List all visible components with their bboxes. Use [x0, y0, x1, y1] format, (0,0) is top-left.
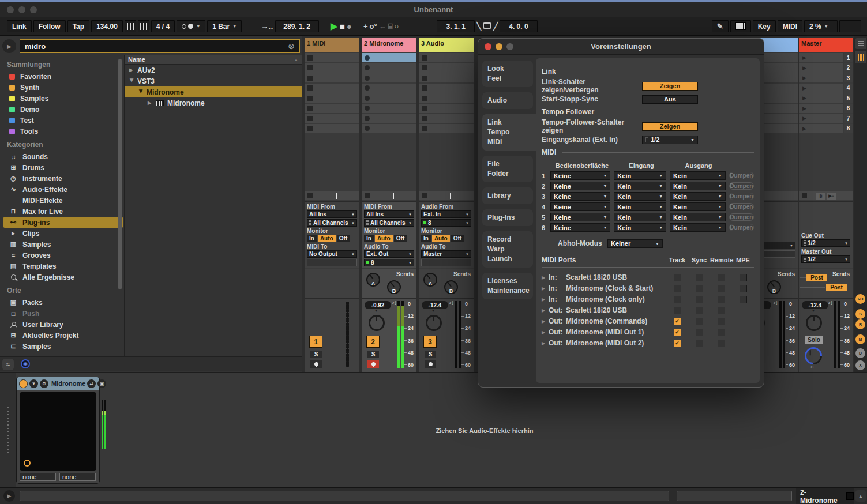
scene-launch-button[interactable]: ▶ — [799, 73, 843, 82]
crossfade-section-toggle[interactable]: X — [855, 360, 865, 370]
track-checkbox[interactable]: ✓ — [674, 318, 681, 325]
capture-midi-button[interactable]: ⌸ — [388, 22, 393, 31]
track-checkbox[interactable] — [674, 296, 681, 303]
send-b-knob[interactable]: B — [444, 280, 458, 294]
arm-button-3[interactable] — [425, 360, 436, 368]
draw-mode-button[interactable]: ✎ — [712, 20, 729, 32]
midi-map-button[interactable]: MIDI — [778, 20, 802, 32]
link-show-toggle[interactable]: Zeigen — [642, 82, 698, 91]
solo-button-2[interactable]: S — [367, 351, 379, 358]
sidebar-item-templates[interactable]: ▤Templates — [3, 261, 123, 272]
clip-slot[interactable] — [419, 93, 474, 103]
result-row-midronome[interactable]: ▶Midronome — [125, 97, 302, 108]
clip-slot[interactable] — [419, 63, 474, 73]
nudge-down-button[interactable] — [125, 20, 136, 32]
midi-output-select[interactable]: Kein▼ — [670, 182, 726, 190]
monitor-off-button[interactable]: Off — [337, 235, 350, 242]
master-volume-value[interactable]: -12.4 — [802, 301, 828, 309]
audio-to-channel-select[interactable] — [421, 259, 471, 266]
midi-output-select[interactable]: Kein▼ — [670, 213, 726, 221]
midi-from-select[interactable]: All Ins▼ — [364, 210, 414, 218]
clip-slot[interactable] — [305, 114, 359, 123]
send-a-post-button[interactable]: Post — [806, 274, 827, 281]
results-header[interactable]: Name ▲ — [125, 55, 302, 65]
automation-arm-button[interactable]: o° — [369, 22, 377, 31]
minimize-dialog-button[interactable] — [496, 43, 502, 50]
clip-slot[interactable] — [305, 53, 359, 62]
clip-slot[interactable] — [362, 114, 416, 123]
midi-surface-select[interactable]: Keine▼ — [550, 213, 610, 221]
selected-clip-tab[interactable]: 2-Midronome — [796, 488, 854, 504]
metronome-button[interactable]: ▼ — [177, 20, 205, 32]
sidebar-item-clips[interactable]: ▸Clips — [3, 228, 123, 239]
dump-button[interactable]: Dumpen — [729, 172, 754, 179]
returns-section-toggle[interactable]: R — [855, 319, 865, 329]
push-display-toggle[interactable] — [855, 51, 866, 63]
record-button[interactable]: ● — [347, 21, 352, 31]
expand-arrow-icon[interactable]: ▶ — [129, 79, 134, 84]
volume-value-2[interactable]: -0.92 — [365, 301, 391, 309]
midi-input-select[interactable]: Kein▼ — [614, 171, 666, 180]
audio-to-select[interactable]: Master▼ — [421, 250, 471, 258]
clip-slot[interactable] — [419, 124, 474, 133]
browser-toggle-button[interactable]: ▶ — [2, 39, 16, 53]
sidebar-item-samples[interactable]: ▥Samples — [3, 239, 123, 250]
expand-arrow-icon[interactable]: ▶ — [542, 330, 549, 335]
start-stop-sync-toggle[interactable]: Aus — [642, 95, 698, 104]
expand-arrow-icon[interactable]: ▶ — [542, 275, 549, 280]
clip-slot[interactable] — [362, 63, 416, 73]
input-channel-select[interactable]: 1/2▼ — [642, 136, 698, 144]
audio-from-channel-select[interactable]: 8▼ — [421, 219, 471, 227]
monitor-off-button[interactable]: Off — [451, 235, 464, 242]
overdub-button[interactable]: + — [363, 22, 368, 31]
monitor-in-button[interactable]: In — [421, 235, 431, 242]
tab-link-tempo-midi[interactable]: LinkTempoMIDI — [482, 114, 536, 151]
clip-slot[interactable] — [419, 104, 474, 113]
monitor-auto-button[interactable]: Auto — [432, 235, 450, 242]
expand-arrow-icon[interactable]: ▶ — [542, 308, 549, 313]
clip-stop-row[interactable] — [419, 191, 474, 200]
device-fold-icon[interactable]: ▼ — [29, 379, 38, 388]
midi-to-select[interactable]: No Output▼ — [307, 250, 357, 258]
follow-playhead-icon[interactable]: →‥ — [261, 22, 273, 31]
nudge-up-button[interactable] — [138, 20, 149, 32]
expand-arrow-icon[interactable]: ▶ — [129, 67, 134, 73]
follow-actions-icon[interactable]: ▶≡ — [827, 193, 836, 200]
cpu-meter[interactable]: 2 %▼ — [804, 20, 838, 32]
sidebar-item-sounds[interactable]: ♫Sounds — [3, 151, 123, 162]
result-row-midronome[interactable]: ▶Midronome — [125, 86, 302, 97]
stop-button[interactable]: ■ — [340, 21, 345, 31]
dump-button[interactable]: Dumpen — [729, 193, 754, 200]
sync-checkbox[interactable] — [696, 340, 703, 347]
remote-checkbox[interactable] — [718, 285, 725, 292]
sync-checkbox[interactable] — [696, 307, 703, 314]
clip-slot[interactable] — [362, 73, 416, 82]
result-row-auv2[interactable]: ▶AUv2 — [125, 65, 302, 76]
clip-slot[interactable] — [305, 84, 359, 93]
tap-tempo-button[interactable]: Tap — [67, 20, 89, 32]
monitor-auto-button[interactable]: Auto — [375, 235, 393, 242]
takeover-mode-select[interactable]: Keiner▼ — [607, 239, 663, 248]
clip-slot[interactable] — [362, 104, 416, 113]
sidebar-item-tools[interactable]: Tools — [3, 126, 123, 137]
expand-arrow-icon[interactable]: ▶ — [138, 90, 144, 95]
monitor-in-button[interactable]: In — [307, 235, 317, 242]
clip-slot[interactable] — [419, 53, 474, 62]
clip-slot[interactable] — [305, 93, 359, 103]
sidebar-item-demo[interactable]: Demo — [3, 104, 123, 115]
expand-arrow-icon[interactable]: ▶ — [542, 319, 549, 324]
solo-button-3[interactable]: S — [425, 351, 436, 358]
midi-input-select[interactable]: Kein▼ — [614, 223, 666, 232]
midi-input-select[interactable]: Kein▼ — [614, 213, 666, 221]
tab-library[interactable]: Library — [482, 187, 533, 204]
tempo-follower-show-toggle[interactable]: Zeigen — [642, 122, 698, 131]
device-activator-icon[interactable] — [19, 379, 28, 388]
expand-arrow-icon[interactable]: ▶ — [542, 286, 549, 291]
io-section-toggle[interactable]: I-O — [855, 294, 865, 304]
audio-to-select[interactable]: Ext. Out▼ — [364, 250, 414, 258]
sidebar-item-test[interactable]: Test — [3, 115, 123, 126]
time-signature-field[interactable]: 4 / 4 — [151, 20, 175, 32]
clip-slot[interactable] — [362, 124, 416, 133]
track-header-1[interactable]: 1 MIDI — [305, 38, 359, 52]
device-param-2[interactable]: none — [59, 473, 96, 481]
